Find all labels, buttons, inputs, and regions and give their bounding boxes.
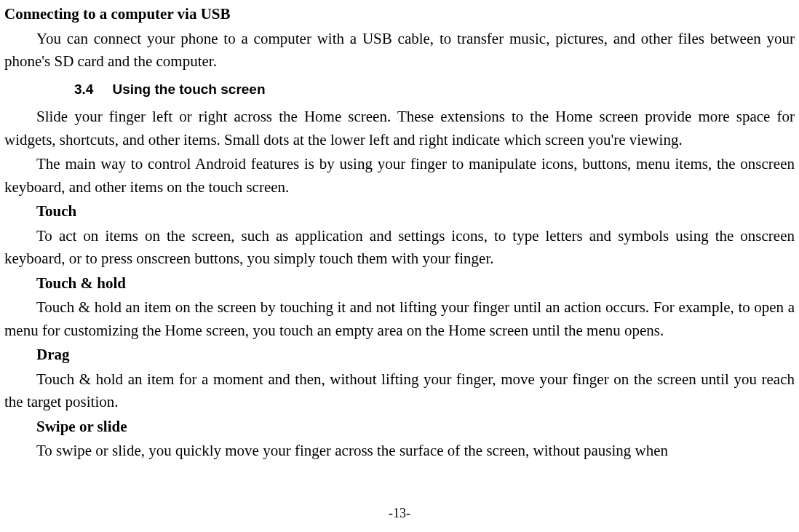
section-number: 3.4 [74,82,93,97]
paragraph-drag: Touch & hold an item for a moment and th… [4,368,795,414]
subheading-touch-hold: Touch & hold [36,272,795,295]
subheading-swipe: Swipe or slide [36,416,795,439]
paragraph-touch-hold: Touch & hold an item on the screen by to… [4,296,795,342]
paragraph-usb: You can connect your phone to a computer… [4,28,795,74]
subheading-drag: Drag [36,344,795,367]
paragraph-touchscreen-intro2: The main way to control Android features… [4,153,795,199]
heading-connecting-usb: Connecting to a computer via USB [4,3,795,26]
page-number: -13- [0,504,799,523]
paragraph-touch: To act on items on the screen, such as a… [4,225,795,271]
section-heading: 3.4Using the touch screen [74,79,795,100]
section-title: Using the touch screen [112,82,265,97]
subheading-touch: Touch [36,200,795,223]
paragraph-swipe: To swipe or slide, you quickly move your… [4,440,795,463]
paragraph-touchscreen-intro1: Slide your finger left or right across t… [4,106,795,151]
